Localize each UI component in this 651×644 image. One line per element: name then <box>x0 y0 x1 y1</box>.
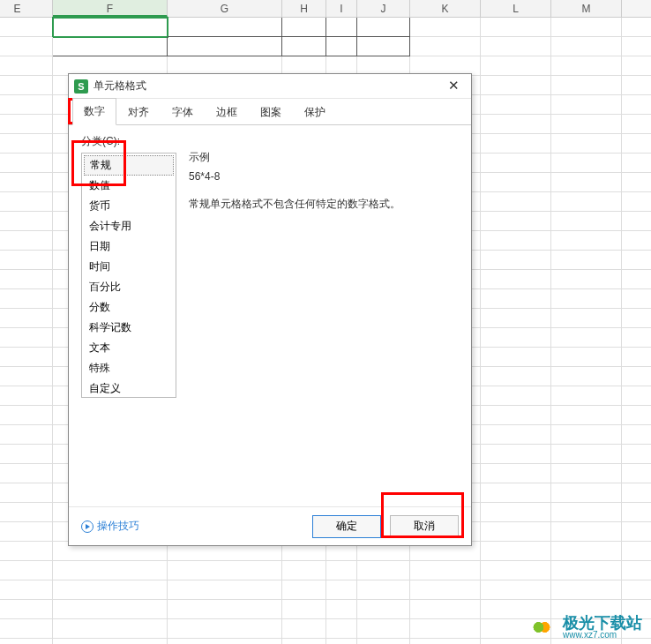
cell[interactable] <box>326 619 357 639</box>
tab-align[interactable]: 对齐 <box>116 99 161 125</box>
cell[interactable] <box>357 37 410 56</box>
cell[interactable] <box>551 173 622 192</box>
cell[interactable] <box>551 134 622 154</box>
cell[interactable] <box>481 425 551 445</box>
cell[interactable] <box>0 115 53 134</box>
cell[interactable] <box>0 580 53 600</box>
cell[interactable] <box>410 639 481 644</box>
cell[interactable] <box>481 270 551 289</box>
cell[interactable] <box>551 406 622 425</box>
cell[interactable] <box>0 328 53 348</box>
cell[interactable] <box>551 425 622 445</box>
cell[interactable] <box>551 289 622 309</box>
cell[interactable] <box>0 348 53 367</box>
cell[interactable] <box>410 619 481 639</box>
cell[interactable] <box>481 309 551 328</box>
cell[interactable] <box>326 18 357 37</box>
cell[interactable] <box>168 18 282 37</box>
cell[interactable] <box>481 231 551 251</box>
cell[interactable] <box>481 212 551 231</box>
cell[interactable] <box>0 367 53 386</box>
cell[interactable] <box>0 37 53 56</box>
cell[interactable] <box>53 639 168 644</box>
category-list[interactable]: 常规数值货币会计专用日期时间百分比分数科学记数文本特殊自定义 <box>81 153 176 398</box>
cell[interactable] <box>410 580 481 600</box>
cell[interactable] <box>0 270 53 289</box>
cell[interactable] <box>551 18 622 37</box>
cell[interactable] <box>410 18 481 37</box>
category-item[interactable]: 时间 <box>82 257 176 277</box>
category-item[interactable]: 文本 <box>82 338 176 358</box>
cell[interactable] <box>357 600 410 619</box>
cell[interactable] <box>0 386 53 406</box>
cell[interactable] <box>551 348 622 367</box>
cell[interactable] <box>551 522 622 542</box>
cell[interactable] <box>282 37 326 56</box>
cell[interactable] <box>326 600 357 619</box>
cell[interactable] <box>410 600 481 619</box>
cell[interactable] <box>0 503 53 522</box>
cell[interactable] <box>0 464 53 483</box>
cell[interactable] <box>0 154 53 173</box>
cell[interactable] <box>168 600 282 619</box>
cell[interactable] <box>282 619 326 639</box>
cell[interactable] <box>0 95 53 115</box>
cell[interactable] <box>326 37 357 56</box>
cell[interactable] <box>551 386 622 406</box>
cell[interactable] <box>481 95 551 115</box>
cell[interactable] <box>282 600 326 619</box>
ok-button[interactable]: 确定 <box>312 515 381 538</box>
cell[interactable] <box>481 328 551 348</box>
cell[interactable] <box>410 37 481 56</box>
cell[interactable] <box>168 639 282 644</box>
cell[interactable] <box>481 251 551 270</box>
cell[interactable] <box>0 231 53 251</box>
category-item[interactable]: 自定义 <box>82 378 176 398</box>
cell[interactable] <box>481 134 551 154</box>
cell[interactable] <box>481 503 551 522</box>
column-header-E[interactable]: E <box>0 0 53 17</box>
cell[interactable] <box>0 76 53 95</box>
column-header-H[interactable]: H <box>282 0 326 17</box>
cell[interactable] <box>168 619 282 639</box>
cell[interactable] <box>0 251 53 270</box>
cell[interactable] <box>481 289 551 309</box>
cell[interactable] <box>53 37 168 56</box>
cell[interactable] <box>481 406 551 425</box>
column-header-K[interactable]: K <box>410 0 481 17</box>
cell[interactable] <box>168 580 282 600</box>
cell[interactable] <box>168 561 282 580</box>
cell[interactable] <box>481 192 551 212</box>
category-item[interactable]: 特殊 <box>82 358 176 378</box>
cell[interactable] <box>282 639 326 644</box>
cell[interactable] <box>551 37 622 56</box>
cell[interactable] <box>0 192 53 212</box>
category-item[interactable]: 常规 <box>84 155 174 176</box>
column-header-M[interactable]: M <box>551 0 622 17</box>
tips-link[interactable]: 操作技巧 <box>81 519 139 534</box>
cell[interactable] <box>0 289 53 309</box>
cell[interactable] <box>53 619 168 639</box>
cell[interactable] <box>0 425 53 445</box>
cell[interactable] <box>551 154 622 173</box>
cell[interactable] <box>282 580 326 600</box>
cell[interactable] <box>551 95 622 115</box>
cell[interactable] <box>551 464 622 483</box>
cell[interactable] <box>551 367 622 386</box>
cell[interactable] <box>481 173 551 192</box>
cell[interactable] <box>481 483 551 503</box>
column-header-G[interactable]: G <box>168 0 282 17</box>
category-item[interactable]: 分数 <box>82 297 176 318</box>
cell[interactable] <box>326 639 357 644</box>
category-item[interactable]: 货币 <box>82 196 176 216</box>
cell[interactable] <box>357 639 410 644</box>
tab-number[interactable]: 数字 <box>72 98 116 125</box>
cell[interactable] <box>551 76 622 95</box>
cell[interactable] <box>481 76 551 95</box>
cell[interactable] <box>551 580 622 600</box>
cell[interactable] <box>481 542 551 561</box>
cell[interactable] <box>0 309 53 328</box>
cell[interactable] <box>551 115 622 134</box>
close-icon[interactable]: ✕ <box>441 78 466 95</box>
cell[interactable] <box>0 483 53 503</box>
